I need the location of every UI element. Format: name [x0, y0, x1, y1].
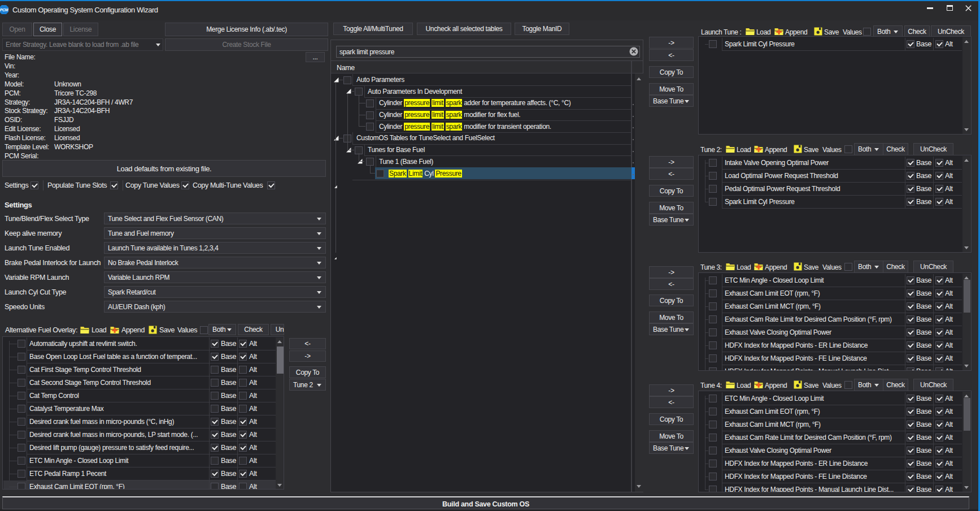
svg-text:PCM: PCM [0, 8, 8, 12]
